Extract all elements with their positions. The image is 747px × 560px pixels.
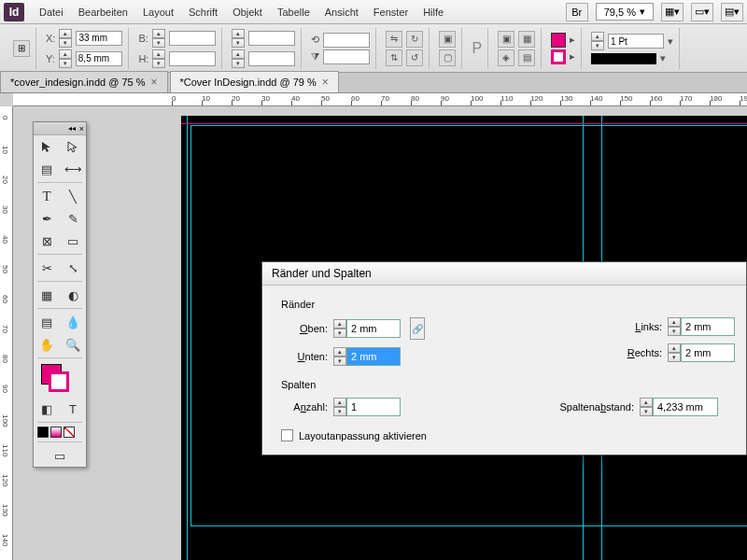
stroke-style-dropdown[interactable] [591,53,656,64]
margin-top-input[interactable] [346,319,401,338]
page-tool[interactable]: ▤ [34,158,60,180]
top-spin-up[interactable]: ▴ [333,319,346,329]
horizontal-ruler[interactable]: 0102030405060708090100110120130140150160… [13,93,747,106]
gutter-spin-up[interactable]: ▴ [640,398,653,407]
rectangle-tool[interactable]: ▭ [60,230,86,252]
bridge-button[interactable]: Br [566,3,588,21]
y-input[interactable] [76,51,122,66]
right-spin-up[interactable]: ▴ [668,343,681,353]
gradient-feather-tool[interactable]: ◐ [60,284,86,306]
apply-gradient[interactable] [50,427,62,438]
guide-horizontal[interactable] [181,123,747,124]
selection-tool[interactable] [34,135,60,158]
view-mode-button[interactable]: ▭ [34,444,86,467]
zoom-dropdown[interactable]: 79,5 %▾ [596,3,654,21]
doc-tab-1[interactable]: *cover_indesign.indd @ 75 %× [0,71,168,92]
flip-v-icon[interactable]: ⇅ [386,49,402,66]
stroke-swatch[interactable] [551,49,566,64]
wrap-jump-icon[interactable]: ▤ [518,49,535,66]
rotate-cw-icon[interactable]: ↻ [406,31,423,48]
right-spin-down[interactable]: ▾ [668,353,681,362]
view-options-button[interactable]: ▦▾ [661,3,684,21]
width-input[interactable] [169,31,216,46]
scale-x-input[interactable] [248,31,295,46]
collapse-icon[interactable]: ◂◂ [68,124,76,133]
rotate-input[interactable] [323,33,370,48]
direct-selection-tool[interactable] [60,135,86,158]
gradient-swatch-tool[interactable]: ▦ [34,284,60,306]
column-count-input[interactable] [346,398,401,416]
formatting-text-icon[interactable]: T [60,398,86,420]
chevron-down-icon: ▾ [640,6,645,18]
gutter-input[interactable] [653,398,718,416]
link-margins-icon[interactable]: 🔗 [410,317,425,340]
reference-point-icon[interactable]: ⊞ [13,40,30,57]
zoom-tool[interactable]: 🔍 [60,333,86,356]
free-transform-tool[interactable]: ⤡ [60,257,86,279]
x-down[interactable]: ▾ [59,38,72,48]
left-spin-up[interactable]: ▴ [668,317,681,327]
shear-input[interactable] [323,49,370,64]
fill-swatch[interactable] [551,33,566,48]
menu-schrift[interactable]: Schrift [181,3,225,21]
line-tool[interactable]: ╲ [60,185,86,207]
color-selector[interactable] [35,362,84,396]
wrap-none-icon[interactable]: ▣ [498,31,514,48]
y-up[interactable]: ▴ [59,49,72,59]
apply-color[interactable] [37,427,49,438]
bottom-spin-up[interactable]: ▴ [333,347,346,357]
height-input[interactable] [169,51,216,66]
wrap-shape-icon[interactable]: ◈ [498,49,514,66]
menu-objekt[interactable]: Objekt [225,3,270,21]
left-spin-down[interactable]: ▾ [668,327,681,336]
close-icon[interactable]: × [79,124,84,133]
flip-h-icon[interactable]: ⇋ [386,31,402,48]
top-spin-down[interactable]: ▾ [333,329,346,338]
menu-datei[interactable]: Datei [32,3,71,21]
scissors-tool[interactable]: ✂ [34,257,60,279]
stroke-weight-input[interactable] [608,34,664,49]
type-tool[interactable]: T [34,185,60,207]
x-up[interactable]: ▴ [59,29,72,38]
formatting-container-icon[interactable]: ◧ [34,398,60,420]
wrap-bbox-icon[interactable]: ▦ [518,31,535,48]
menu-hilfe[interactable]: Hilfe [416,3,451,21]
menu-tabelle[interactable]: Tabelle [270,3,317,21]
gutter-spin-down[interactable]: ▾ [640,407,653,416]
menu-fenster[interactable]: Fenster [366,3,416,21]
pen-tool[interactable]: ✒ [34,207,60,230]
container-select-icon[interactable]: ▣ [439,31,456,48]
screen-mode-button[interactable]: ▭▾ [691,3,713,21]
rectangle-frame-tool[interactable]: ⊠ [34,230,60,252]
note-tool[interactable]: ▤ [34,311,60,333]
vertical-ruler[interactable]: 0102030405060708090100110120130140150 [0,106,13,560]
content-select-icon[interactable]: ▢ [439,49,456,66]
pencil-tool[interactable]: ✎ [60,207,86,230]
count-spin-down[interactable]: ▾ [333,407,346,416]
stroke-color[interactable] [49,371,69,392]
eyedropper-tool[interactable]: 💧 [60,311,86,333]
gap-tool[interactable]: ⟷ [60,158,86,180]
menu-ansicht[interactable]: Ansicht [317,3,366,21]
guide-vertical[interactable] [187,116,188,560]
chevron-down-icon: ▾ [660,52,666,64]
close-icon[interactable]: × [150,76,157,89]
count-spin-up[interactable]: ▴ [333,398,346,407]
hand-tool[interactable]: ✋ [34,333,60,356]
menu-bearbeiten[interactable]: Bearbeiten [71,3,135,21]
margin-right-input[interactable] [681,343,735,362]
doc-tab-2[interactable]: *Cover InDesign.indd @ 79 %× [170,71,339,92]
arrange-button[interactable]: ▤▾ [721,3,743,21]
rotate-ccw-icon[interactable]: ↺ [406,49,423,66]
y-down[interactable]: ▾ [59,59,72,68]
layout-adjust-checkbox[interactable] [281,429,293,441]
bottom-spin-down[interactable]: ▾ [333,357,346,366]
margin-bottom-input[interactable] [346,347,401,366]
panel-header[interactable]: ◂◂ × [34,122,86,135]
scale-y-input[interactable] [248,51,295,66]
menu-layout[interactable]: Layout [135,3,181,21]
x-input[interactable] [76,31,122,46]
margin-left-input[interactable] [681,317,735,336]
apply-none[interactable] [63,427,75,438]
close-icon[interactable]: × [322,76,329,89]
